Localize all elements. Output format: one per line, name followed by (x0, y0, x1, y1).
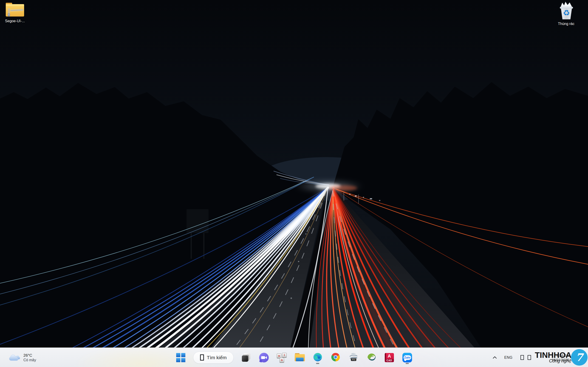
zipped-folder-icon (0, 1, 29, 18)
taskbar-app-row: Tìm kiếm u i n (175, 348, 413, 367)
tray-date: 14/11/2022 (552, 358, 569, 362)
tray-clock[interactable]: 9:26 SA 14/11/2022 (552, 353, 569, 362)
tray-missing-glyph-icon[interactable] (527, 355, 531, 360)
taskbar-app-unikey[interactable]: u i n (276, 350, 287, 365)
file-explorer-icon (295, 353, 305, 362)
system-tray: ENG 9:26 SA 14/11/2022 (491, 348, 569, 367)
desktop-icon-recycle-bin[interactable]: ♻ Thùng rác (552, 0, 581, 26)
google-earth-pro-icon: Pro (349, 352, 358, 363)
tray-missing-glyph-icon[interactable] (520, 355, 524, 360)
weather-condition: Có mây (23, 358, 36, 362)
zalo-icon: Zalo (402, 353, 412, 362)
desktop: Segoe-UI-... ♻ Thùng rác (0, 0, 588, 367)
taskbar-app-autocad[interactable]: A CAD (384, 350, 395, 365)
taskbar-app-chrome[interactable] (330, 350, 341, 365)
taskbar-app-zalo[interactable]: Zalo (402, 350, 413, 365)
desktop-icon-label: Segoe-UI-... (0, 19, 29, 23)
unikey-icon: u i n (277, 352, 287, 363)
tray-chevron-up-icon[interactable] (491, 356, 498, 359)
taskbar-app-edge[interactable] (312, 350, 323, 365)
video-chat-icon (259, 353, 269, 362)
taskbar-app-chat[interactable] (258, 350, 269, 365)
tray-language-indicator[interactable]: ENG (504, 356, 512, 360)
windows-logo-icon (176, 353, 185, 362)
wallpaper-highway-night (0, 0, 588, 367)
taskbar-app-green-swirl[interactable] (366, 350, 377, 365)
weather-temperature: 26°C (23, 353, 36, 358)
task-view-icon (242, 353, 251, 362)
running-indicator (406, 363, 409, 364)
desktop-icon-label: Thùng rác (552, 22, 581, 26)
tray-time: 9:26 SA (552, 353, 569, 358)
start-button[interactable] (175, 350, 186, 365)
taskbar-app-google-earth-pro[interactable]: Pro (348, 350, 359, 365)
search-box[interactable]: Tìm kiếm (193, 352, 233, 364)
running-indicator (316, 363, 319, 364)
chrome-icon (331, 352, 340, 363)
green-swirl-app-icon (367, 352, 376, 363)
search-label: Tìm kiếm (207, 355, 226, 360)
autocad-icon: A CAD (385, 353, 394, 362)
taskbar-weather-widget[interactable]: 26°C Có mây (6, 348, 38, 367)
cloudy-weather-icon (9, 353, 20, 362)
recycle-bin-icon: ♻ (552, 0, 581, 21)
svg-text:♻: ♻ (563, 8, 570, 17)
taskbar: 26°C Có mây Tìm kiếm u (0, 348, 588, 367)
taskbar-app-file-explorer[interactable] (294, 350, 305, 365)
task-view-button[interactable] (241, 350, 251, 365)
svg-text:Pro: Pro (352, 359, 355, 361)
desktop-icon-zipped-folder[interactable]: Segoe-UI-... (0, 1, 29, 23)
search-missing-glyph-icon (200, 354, 204, 361)
edge-icon (313, 352, 322, 363)
